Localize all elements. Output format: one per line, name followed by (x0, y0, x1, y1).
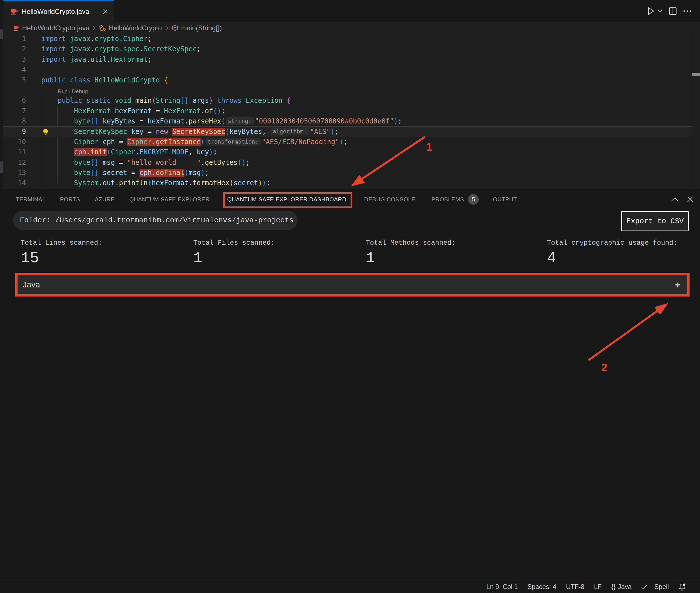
panel-tab-azure[interactable]: AZURE (95, 189, 115, 209)
token: key (131, 128, 143, 136)
encoding-status[interactable]: UTF-8 (566, 583, 584, 591)
panel-tab-debug-console[interactable]: DEBUG CONSOLE (364, 189, 415, 209)
close-icon[interactable] (687, 196, 694, 203)
java-section-header[interactable]: Java + (15, 273, 690, 296)
code-line-6[interactable]: 6 public static void main(String[] args)… (3, 95, 692, 106)
scrollbar-thumb[interactable] (0, 30, 3, 39)
stat-value: 1 (193, 249, 275, 267)
breadcrumb-method[interactable]: main(String[]) (171, 24, 222, 32)
code-line-9[interactable]: 9 SecretKeySpec key = new SecretKeySpec(… (3, 127, 692, 137)
more-actions-button[interactable] (683, 10, 692, 12)
code-line-12[interactable]: 12 byte[] msg = "hello world ".getBytes(… (3, 157, 692, 168)
panel-tab-problems[interactable]: PROBLEMS5 (432, 189, 479, 209)
token: "AES" (310, 128, 331, 136)
inlay-hint: string: (226, 117, 254, 125)
token: public (41, 76, 70, 84)
line-number: 3 (3, 54, 26, 65)
indentation-status[interactable]: Spaces: 4 (527, 583, 556, 591)
breadcrumb-class[interactable]: HelloWorldCrypto (99, 24, 162, 32)
crypto-finding-highlight: . (152, 138, 156, 146)
panel-tab-terminal[interactable]: TERMINAL (16, 189, 46, 209)
token: byte (74, 117, 91, 125)
token: . (98, 179, 102, 187)
code-line-2[interactable]: 2import javax.crypto.spec.SecretKeySpec; (3, 44, 692, 54)
stat-label: Total cryptographic usage found: (547, 239, 677, 247)
line-number: 11 (3, 147, 26, 157)
crypto-finding-highlight: Cipher (127, 138, 152, 146)
scrollbar-thumb[interactable] (0, 161, 3, 173)
token (41, 179, 74, 187)
crypto-finding-highlight: init (90, 148, 107, 156)
token: "AES/ECB/NoPadding" (262, 138, 340, 146)
code-line-4[interactable]: 4 (3, 65, 692, 75)
token: void (115, 96, 135, 105)
split-editor-button[interactable] (669, 7, 677, 15)
panel-actions (670, 189, 694, 209)
token: hexFormat (148, 117, 184, 125)
overview-ruler (692, 34, 700, 189)
tab-helloworldcrypto-java[interactable]: HelloWorldCrypto.java (3, 0, 114, 22)
chevron-down-icon[interactable] (658, 9, 663, 13)
token: () (238, 159, 246, 166)
cursor-position-status[interactable]: Ln 9, Col 1 (486, 583, 518, 591)
language-mode-status[interactable]: {}Java (611, 583, 631, 591)
token: ENCRYPT_MODE (139, 148, 188, 156)
notifications-bell[interactable] (679, 568, 693, 593)
panel-tab-output[interactable]: OUTPUT (493, 189, 517, 209)
token: hexFormat (152, 179, 188, 187)
line-number: 12 (3, 157, 26, 168)
lightbulb-icon[interactable] (42, 128, 49, 136)
breadcrumb: HelloWorldCrypto.java HelloWorldCrypto (3, 22, 700, 34)
token: ; (246, 159, 250, 166)
code-line-5[interactable]: 5public class HelloWorldCrypto { (3, 75, 692, 85)
export-to-csv-button[interactable]: Export to CSV (621, 211, 689, 231)
crypto-finding-highlight: doFinal (156, 169, 184, 177)
crypto-finding-highlight: . (152, 169, 156, 177)
code-line-8[interactable]: 8 byte[] keyBytes = hexFormat.parseHex(s… (3, 116, 692, 126)
run-java-button[interactable] (647, 7, 663, 15)
code-line-3[interactable]: 3import java.util.HexFormat; (3, 54, 692, 65)
token: class (70, 76, 94, 84)
line-number: 1 (3, 34, 26, 44)
eol-status[interactable]: LF (594, 583, 602, 591)
expand-plus-icon[interactable]: + (675, 279, 681, 290)
token: msg (188, 169, 201, 177)
code-line-7[interactable]: 7 HexFormat hexFormat = HexFormat.of(); (3, 106, 692, 116)
sidebar-edge-strip (0, 22, 3, 189)
token: ; (344, 138, 347, 146)
vscode-window: HelloWorldCrypto.java (0, 0, 700, 593)
token: SecretKeySpec (143, 45, 196, 53)
codelens-row: Run | Debug (3, 85, 692, 95)
token: spec (123, 45, 139, 53)
token: ; (266, 179, 270, 187)
annotation-box-1 (223, 192, 352, 208)
token (41, 96, 58, 105)
token (41, 107, 74, 115)
line-number: 10 (3, 137, 26, 147)
code-line-10[interactable]: 10 Cipher cph = Cipher.getInstance(trans… (3, 137, 692, 147)
chevron-up-icon[interactable] (670, 197, 679, 202)
code-line-11[interactable]: 11 cph.init(Cipher.ENCRYPT_MODE, key); (3, 147, 692, 157)
code-line-14[interactable]: 14 System.out.println(hexFormat.formatHe… (3, 178, 692, 188)
status-bar: Ln 9, Col 1 Spaces: 4 UTF-8 LF {}Java Sp… (0, 581, 700, 593)
token: keyBytes (229, 128, 262, 136)
stat-value: 4 (547, 249, 677, 267)
code-text: System.out.println(hexFormat.formatHex(s… (41, 178, 270, 188)
codelens-run-debug[interactable]: Run | Debug (58, 86, 88, 96)
bottom-panel: TERMINALPORTSAZUREQUANTUM SAFE EXPLORERQ… (0, 189, 700, 581)
code-editor[interactable]: 1import javax.crypto.Cipher;2import java… (3, 34, 700, 189)
code-line-1[interactable]: 1import javax.crypto.Cipher; (3, 34, 692, 44)
token: throws (213, 96, 246, 105)
token: ; (221, 107, 225, 115)
token: () (213, 107, 221, 115)
token: ) (209, 96, 213, 105)
close-icon[interactable] (101, 8, 109, 15)
code-line-13[interactable]: 13 byte[] secret = cph.doFinal(msg); (3, 168, 692, 178)
breadcrumb-file[interactable]: HelloWorldCrypto.java (13, 24, 89, 32)
spell-checker-status[interactable]: Spell (641, 569, 669, 593)
panel-tab-ports[interactable]: PORTS (60, 189, 80, 209)
code-text: import javax.crypto.spec.SecretKeySpec; (41, 44, 201, 54)
token: = (127, 169, 139, 177)
token: Cipher (74, 138, 103, 146)
panel-tab-quantum-safe-explorer[interactable]: QUANTUM SAFE EXPLORER (129, 189, 210, 209)
